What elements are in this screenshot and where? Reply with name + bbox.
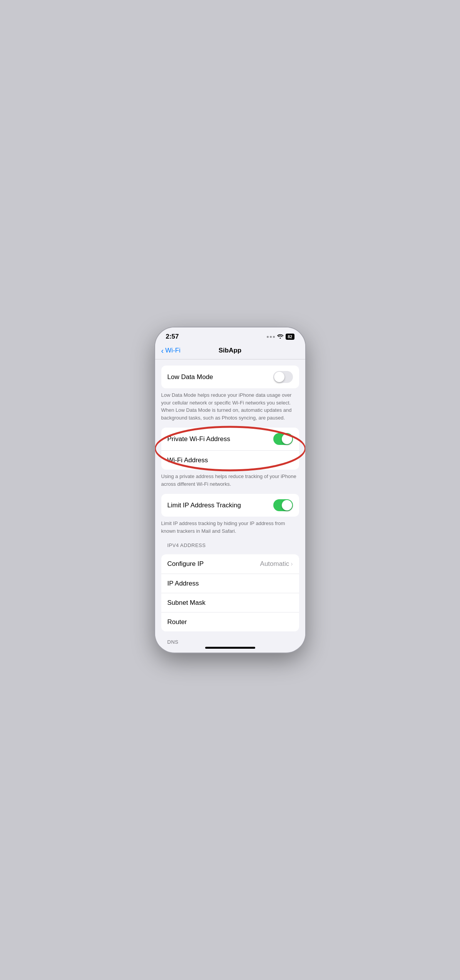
subnet-mask-row: Subnet Mask	[161, 593, 299, 612]
low-data-mode-section: Low Data Mode	[161, 366, 299, 388]
back-button[interactable]: ‹ Wi-Fi	[161, 347, 181, 354]
ipv4-section-label: IPV4 ADDRESS	[167, 542, 299, 548]
back-label: Wi-Fi	[165, 347, 181, 354]
low-data-mode-toggle[interactable]	[273, 371, 293, 383]
router-row: Router	[161, 612, 299, 631]
limit-ip-description: Limit IP address tracking by hiding your…	[161, 520, 299, 535]
limit-ip-section: Limit IP Address Tracking	[161, 494, 299, 517]
configure-ip-value-text: Automatic	[260, 560, 289, 568]
content-scroll[interactable]: Low Data Mode Low Data Mode helps reduce…	[155, 359, 305, 646]
dns-section-label: DNS	[167, 639, 299, 645]
low-data-mode-label: Low Data Mode	[167, 373, 213, 381]
status-icons: 82	[267, 334, 294, 340]
private-wifi-toggle[interactable]	[273, 433, 293, 445]
toggle-knob-limit	[282, 500, 292, 510]
wifi-icon	[277, 334, 283, 340]
router-label: Router	[167, 618, 187, 626]
low-data-mode-row: Low Data Mode	[161, 366, 299, 388]
limit-ip-row: Limit IP Address Tracking	[161, 494, 299, 517]
battery-icon: 82	[286, 334, 294, 340]
private-wifi-description: Using a private address helps reduce tra…	[161, 473, 299, 488]
home-indicator	[205, 647, 255, 649]
nav-bar: ‹ Wi-Fi SibApp	[155, 344, 305, 359]
private-wifi-section: Private Wi-Fi Address Wi-Fi Address	[161, 428, 299, 470]
limit-ip-toggle[interactable]	[273, 499, 293, 511]
signal-dot-1	[267, 336, 269, 338]
phone-frame: 2:57 82 ‹ Wi-Fi SibApp	[155, 327, 305, 653]
signal-dots-icon	[267, 336, 275, 338]
ip-address-label: IP Address	[167, 580, 199, 587]
status-time: 2:57	[166, 333, 179, 341]
signal-dot-2	[270, 336, 272, 338]
wifi-address-row: Wi-Fi Address	[161, 450, 299, 470]
chevron-left-icon: ‹	[161, 347, 164, 354]
configure-ip-label: Configure IP	[167, 560, 204, 568]
limit-ip-label: Limit IP Address Tracking	[167, 502, 241, 509]
configure-ip-row[interactable]: Configure IP Automatic ›	[161, 554, 299, 574]
subnet-mask-label: Subnet Mask	[167, 599, 206, 607]
battery-level: 82	[288, 334, 292, 339]
chevron-right-icon: ›	[291, 560, 293, 567]
low-data-mode-description: Low Data Mode helps reduce your iPhone d…	[161, 391, 299, 421]
toggle-knob-private	[282, 434, 292, 444]
nav-title: SibApp	[219, 347, 242, 354]
signal-dot-3	[273, 336, 275, 338]
ip-address-row: IP Address	[161, 574, 299, 593]
configure-ip-value: Automatic ›	[260, 560, 293, 568]
ipv4-section: Configure IP Automatic › IP Address Subn…	[161, 554, 299, 631]
private-wifi-row: Private Wi-Fi Address	[161, 428, 299, 450]
toggle-knob	[274, 372, 284, 382]
status-bar: 2:57 82	[155, 327, 305, 344]
wifi-address-label: Wi-Fi Address	[167, 456, 208, 464]
private-wifi-label: Private Wi-Fi Address	[167, 435, 230, 443]
